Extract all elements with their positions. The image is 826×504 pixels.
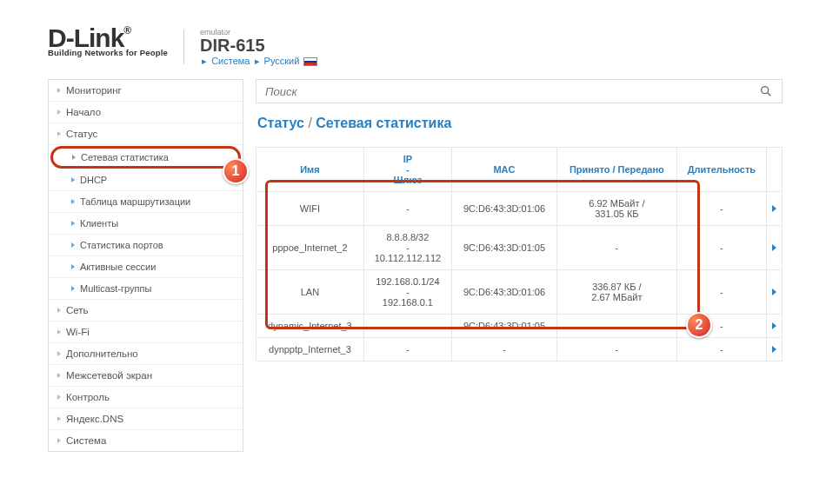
row-expand[interactable] [767, 315, 783, 338]
flag-ru-icon[interactable] [303, 57, 317, 66]
title-section: Статус [257, 116, 304, 130]
cell-rxtx: - [557, 338, 677, 361]
sidebar-label: Клиенты [80, 218, 118, 229]
cell-rxtx: 336.87 КБ / 2.67 МБайт [557, 270, 677, 315]
logo-text: D-Link® [48, 26, 168, 50]
sidebar-label: Wi-Fi [66, 327, 90, 337]
cell-mac: 9C:D6:43:3D:01:06 [451, 270, 556, 315]
cell-mac: 9C:D6:43:3D:01:05 [451, 226, 556, 270]
bullet-icon [71, 221, 75, 226]
sidebar-label: Статус [66, 129, 97, 139]
bullet-icon [57, 88, 61, 93]
registered-mark: ® [123, 24, 130, 36]
chevron-right-icon [772, 205, 776, 212]
sidebar-label: Яндекс.DNS [66, 414, 123, 424]
table-row[interactable]: dynpptp_Internet_3---- [256, 338, 783, 361]
logo: D-Link® Building Networks for People [48, 26, 168, 57]
bullet-icon [71, 286, 75, 291]
cell-name: WIFI [256, 192, 364, 226]
header-breadcrumb: ▸ Система ▸ Русский [200, 56, 317, 67]
cell-ip: - [363, 315, 451, 338]
sidebar-item-routing-table[interactable]: Таблица маршрутизации [49, 191, 243, 213]
bullet-icon [72, 155, 76, 160]
sidebar-item-system[interactable]: Система [49, 430, 243, 451]
th-rxtx[interactable]: Принято / Передано [557, 148, 677, 192]
cell-ip: - [363, 192, 451, 226]
model-label: DIR-615 [200, 36, 317, 54]
row-expand[interactable] [767, 226, 783, 270]
row-expand[interactable] [767, 270, 783, 315]
table-row[interactable]: pppoe_Internet_28.8.8.8/32 - 10.112.112.… [256, 226, 783, 270]
th-name[interactable]: Имя [256, 148, 364, 192]
cell-mac: 9C:D6:43:3D:01:05 [451, 315, 556, 338]
callout-badge-2: 2 [686, 312, 712, 338]
cell-dur: - [676, 338, 766, 361]
bullet-icon [57, 329, 61, 335]
search-icon[interactable] [759, 84, 773, 98]
cell-name: dynamic_Internet_3 [256, 315, 364, 338]
th-dur[interactable]: Длительность [676, 148, 766, 192]
sidebar-item-monitoring[interactable]: Мониторинг [49, 80, 243, 102]
chevron-right-icon [772, 346, 776, 353]
sidebar-item-dhcp[interactable]: DHCP [49, 169, 243, 191]
content: Статус / Сетевая статистика Имя IP - Шлю… [256, 79, 804, 452]
sidebar-item-start[interactable]: Начало [49, 102, 243, 123]
th-ip[interactable]: IP - Шлюз [363, 148, 451, 192]
sidebar-item-advanced[interactable]: Дополнительно [49, 343, 243, 365]
svg-line-1 [768, 93, 771, 96]
row-expand[interactable] [767, 192, 783, 226]
bullet-icon [57, 351, 61, 356]
sidebar-label: Межсетевой экран [66, 370, 152, 381]
cell-ip: 8.8.8.8/32 - 10.112.112.112 [363, 226, 451, 270]
bullet-icon [71, 242, 75, 248]
breadcrumb-language[interactable]: Русский [264, 56, 300, 66]
svg-point-0 [762, 87, 769, 94]
table-row[interactable]: LAN192.168.0.1/24 - 192.168.0.19C:D6:43:… [256, 270, 783, 315]
title-page: Сетевая статистика [316, 116, 451, 130]
sidebar-item-yandex-dns[interactable]: Яндекс.DNS [49, 408, 243, 430]
sidebar-item-wifi[interactable]: Wi-Fi [49, 322, 243, 343]
sidebar-item-firewall[interactable]: Межсетевой экран [49, 365, 243, 387]
cell-name: LAN [256, 270, 364, 315]
sidebar-item-network-stats[interactable]: Сетевая статистика [50, 146, 241, 169]
header-right: emulator DIR-615 ▸ Система ▸ Русский [200, 26, 317, 67]
sidebar-label: Таблица маршрутизации [80, 196, 190, 207]
sidebar-item-control[interactable]: Контроль [49, 387, 243, 408]
sidebar-item-multicast[interactable]: Multicast-группы [49, 278, 243, 300]
bullet-icon [71, 264, 75, 269]
table-wrap: Имя IP - Шлюз MAC Принято / Передано Дли… [256, 147, 783, 361]
bullet-icon [57, 131, 61, 136]
table-row[interactable]: WIFI-9C:D6:43:3D:01:066.92 МБайт / 331.0… [256, 192, 783, 226]
sidebar-item-port-stats[interactable]: Статистика портов [49, 235, 243, 256]
callout-number: 2 [696, 317, 703, 333]
sidebar-label: Дополнительно [66, 348, 138, 359]
row-expand[interactable] [767, 338, 783, 361]
callout-badge-1: 1 [223, 158, 249, 184]
breadcrumb-system[interactable]: Система [211, 56, 250, 66]
chevron-right-icon: ▸ [255, 56, 260, 66]
sidebar-item-clients[interactable]: Клиенты [49, 213, 243, 235]
cell-rxtx: 6.92 МБайт / 331.05 КБ [557, 192, 677, 226]
sidebar-label: Начало [66, 107, 101, 117]
cell-mac: 9C:D6:43:3D:01:06 [451, 192, 556, 226]
cell-rxtx: - [557, 315, 677, 338]
cell-ip: 192.168.0.1/24 - 192.168.0.1 [363, 270, 451, 315]
sidebar-label: Мониторинг [66, 85, 122, 96]
sidebar-label: Сетевая статистика [81, 152, 169, 162]
cell-dur: - [676, 226, 766, 270]
sidebar-label: DHCP [80, 175, 107, 185]
bullet-icon [57, 438, 61, 443]
chevron-right-icon [772, 244, 776, 251]
sidebar-label: Контроль [66, 392, 110, 402]
sidebar: Мониторинг Начало Статус Сетевая статист… [48, 79, 243, 452]
sidebar-item-network[interactable]: Сеть [49, 300, 243, 322]
search-box[interactable] [256, 79, 783, 103]
sidebar-label: Активные сессии [80, 262, 156, 272]
table-head: Имя IP - Шлюз MAC Принято / Передано Дли… [256, 148, 783, 192]
search-input[interactable] [265, 85, 759, 98]
sidebar-label: Multicast-группы [80, 283, 151, 294]
chevron-right-icon [772, 322, 776, 329]
sidebar-item-active-sessions[interactable]: Активные сессии [49, 256, 243, 278]
th-mac[interactable]: MAC [451, 148, 556, 192]
sidebar-item-status[interactable]: Статус [49, 123, 243, 145]
